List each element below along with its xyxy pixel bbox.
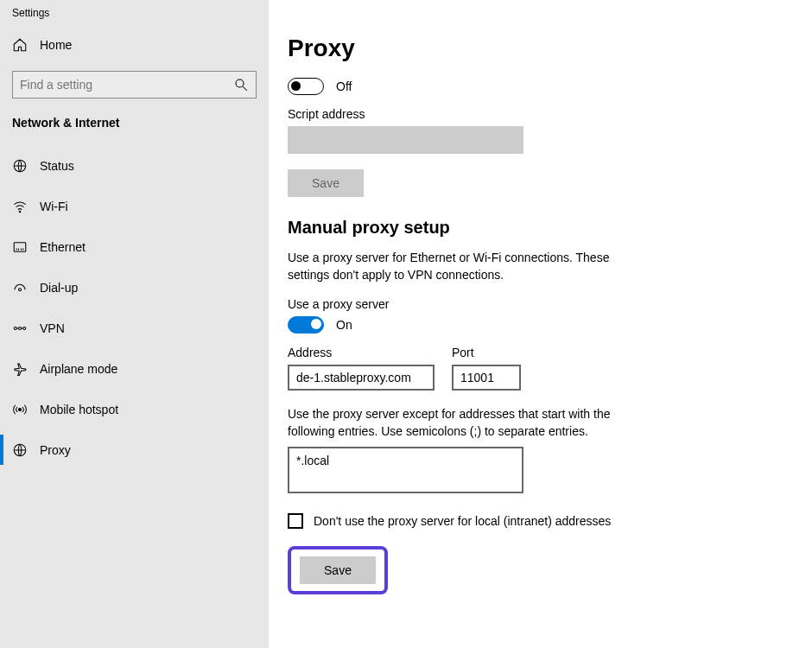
- svg-rect-4: [14, 242, 26, 251]
- svg-point-10: [14, 327, 16, 329]
- save-button-highlight: Save: [288, 546, 388, 594]
- hotspot-icon: [12, 402, 28, 417]
- auto-setup-toggle-label: Off: [336, 79, 352, 93]
- svg-point-3: [19, 211, 21, 213]
- local-bypass-checkbox[interactable]: [288, 513, 303, 529]
- main-content: Proxy Off Script address Save Manual pro…: [269, 0, 812, 648]
- sidebar-item-hotspot[interactable]: Mobile hotspot: [0, 389, 269, 429]
- sidebar-item-home[interactable]: Home: [0, 31, 269, 59]
- airplane-icon: [12, 361, 28, 377]
- sidebar-item-label: Status: [40, 159, 74, 173]
- manual-setup-description: Use a proxy server for Ethernet or Wi-Fi…: [288, 250, 642, 283]
- search-icon: [233, 77, 249, 92]
- sidebar-item-label: Wi-Fi: [40, 200, 68, 213]
- exceptions-input[interactable]: [288, 447, 523, 493]
- dialup-icon: [12, 280, 28, 295]
- except-label: Use the proxy server except for addresse…: [288, 406, 659, 440]
- svg-point-12: [23, 327, 26, 329]
- app-title: Settings: [0, 7, 269, 31]
- page-title: Proxy: [288, 35, 786, 62]
- svg-point-15: [19, 408, 22, 410]
- sidebar-item-airplane[interactable]: Airplane mode: [0, 348, 269, 389]
- port-input[interactable]: [452, 365, 521, 391]
- script-address-input: [288, 126, 523, 154]
- sidebar-item-label: Ethernet: [40, 240, 86, 254]
- svg-point-9: [19, 288, 22, 290]
- use-proxy-toggle-label: On: [336, 318, 352, 332]
- address-label: Address: [288, 346, 435, 359]
- globe-icon: [12, 158, 28, 174]
- script-address-label: Script address: [288, 107, 786, 121]
- port-label: Port: [452, 346, 521, 359]
- auto-setup-toggle[interactable]: [288, 78, 324, 95]
- sidebar-item-dialup[interactable]: Dial-up: [0, 267, 269, 308]
- address-input[interactable]: [288, 365, 435, 391]
- search-input[interactable]: [20, 78, 233, 92]
- sidebar-item-proxy[interactable]: Proxy: [0, 429, 269, 470]
- proxy-icon: [12, 442, 28, 458]
- sidebar-item-ethernet[interactable]: Ethernet: [0, 226, 269, 267]
- home-icon: [12, 37, 28, 53]
- sidebar-section-label: Network & Internet: [0, 116, 269, 145]
- svg-point-11: [19, 327, 22, 329]
- ethernet-icon: [12, 239, 28, 255]
- local-bypass-label: Don't use the proxy server for local (in…: [314, 514, 611, 528]
- sidebar-item-status[interactable]: Status: [0, 145, 269, 186]
- sidebar-item-label: Proxy: [40, 443, 71, 457]
- home-label: Home: [40, 38, 72, 52]
- sidebar-item-wifi[interactable]: Wi-Fi: [0, 186, 269, 226]
- sidebar: Settings Home Network & Internet Status …: [0, 0, 269, 648]
- sidebar-item-vpn[interactable]: VPN: [0, 308, 269, 348]
- manual-save-button[interactable]: Save: [300, 556, 376, 584]
- sidebar-item-label: Dial-up: [40, 281, 78, 295]
- svg-point-0: [236, 79, 244, 87]
- manual-setup-heading: Manual proxy setup: [288, 218, 786, 238]
- wifi-icon: [12, 199, 28, 214]
- vpn-icon: [12, 321, 28, 336]
- use-proxy-label: Use a proxy server: [288, 297, 786, 311]
- auto-save-button: Save: [288, 169, 364, 197]
- sidebar-item-label: Airplane mode: [40, 362, 117, 376]
- use-proxy-toggle[interactable]: [288, 316, 324, 334]
- sidebar-item-label: VPN: [40, 321, 65, 335]
- search-box[interactable]: [12, 71, 257, 98]
- svg-line-1: [243, 86, 247, 91]
- sidebar-item-label: Mobile hotspot: [40, 403, 118, 416]
